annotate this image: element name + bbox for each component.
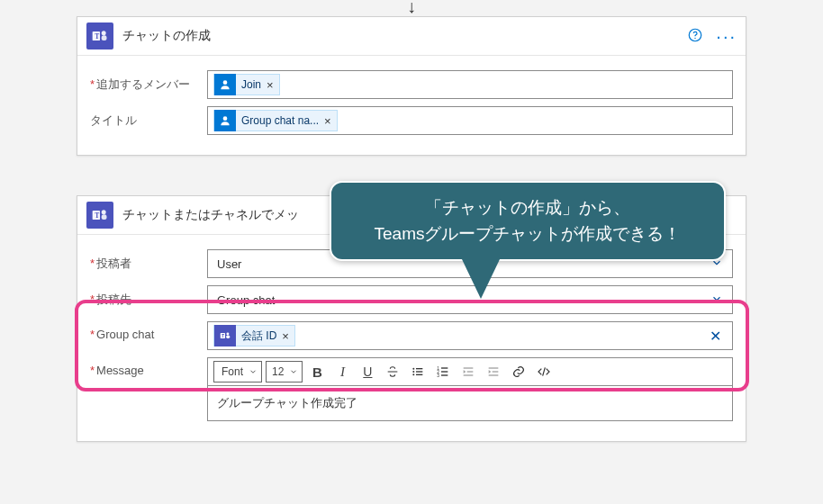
rte-toolbar: Font 12 B I U <box>207 357 733 385</box>
token-label: Join <box>241 78 261 91</box>
teams-icon: T <box>214 325 236 346</box>
svg-rect-11 <box>102 214 107 220</box>
link-icon[interactable] <box>508 361 529 382</box>
annotation-callout-tail <box>461 257 501 299</box>
underline-icon[interactable]: U <box>357 361 378 382</box>
svg-rect-15 <box>226 335 230 338</box>
svg-rect-19 <box>416 368 422 369</box>
label-title: タイトル <box>90 106 207 129</box>
number-list-icon[interactable]: 123 <box>432 361 454 382</box>
svg-rect-26 <box>441 371 448 372</box>
indent-icon[interactable] <box>483 361 504 382</box>
svg-point-2 <box>102 31 106 35</box>
label-message: Message <box>90 357 207 377</box>
svg-point-14 <box>226 333 229 336</box>
groupchat-input[interactable]: T 会話 ID × ✕ <box>207 321 733 350</box>
token-remove-icon[interactable]: × <box>324 114 331 128</box>
svg-text:T: T <box>95 212 99 220</box>
callout-line1: 「チャットの作成」から、 <box>355 195 701 221</box>
svg-rect-28 <box>464 367 474 368</box>
svg-point-16 <box>413 368 415 370</box>
svg-text:3: 3 <box>438 374 440 378</box>
annotation-callout: 「チャットの作成」から、 Teamsグループチャットが作成できる！ <box>330 181 726 261</box>
token-label: Group chat na... <box>241 114 319 127</box>
token-remove-icon[interactable]: × <box>267 78 274 92</box>
strikethrough-icon[interactable] <box>382 361 403 382</box>
label-postin: 投稿先 <box>90 285 207 308</box>
svg-text:T: T <box>95 32 99 40</box>
svg-rect-27 <box>441 374 448 375</box>
svg-point-17 <box>413 371 415 373</box>
token-join[interactable]: Join × <box>213 74 280 95</box>
svg-point-5 <box>695 37 696 38</box>
person-icon <box>214 110 236 131</box>
teams-icon: T <box>86 22 113 50</box>
outdent-icon[interactable] <box>457 361 479 382</box>
label-poster: 投稿者 <box>90 249 207 272</box>
token-conversation-id[interactable]: T 会話 ID × <box>213 325 295 346</box>
svg-rect-31 <box>489 367 499 368</box>
callout-line2: Teamsグループチャットが作成できる！ <box>355 221 701 248</box>
svg-rect-20 <box>416 371 422 372</box>
svg-rect-30 <box>464 374 474 375</box>
card-title: チャットの作成 <box>122 28 687 44</box>
svg-text:T: T <box>222 334 224 338</box>
svg-rect-25 <box>441 367 448 368</box>
svg-point-18 <box>413 374 415 375</box>
bold-icon[interactable]: B <box>306 361 328 382</box>
more-icon[interactable]: ··· <box>716 32 737 40</box>
title-input[interactable]: Group chat na... × <box>207 106 733 135</box>
svg-point-6 <box>223 80 228 85</box>
svg-rect-29 <box>467 371 474 372</box>
person-icon <box>214 74 236 95</box>
svg-point-10 <box>102 210 106 214</box>
svg-rect-33 <box>489 374 499 375</box>
font-select[interactable]: Font <box>213 361 262 382</box>
bullet-list-icon[interactable] <box>407 361 429 382</box>
svg-point-7 <box>223 116 228 121</box>
label-groupchat: Group chat <box>90 321 207 341</box>
fontsize-select[interactable]: 12 <box>266 361 303 382</box>
members-input[interactable]: Join × <box>207 70 733 99</box>
svg-rect-3 <box>102 35 107 40</box>
code-view-icon[interactable] <box>533 361 555 382</box>
flow-arrow-down: ↓ <box>77 0 746 13</box>
chevron-down-icon <box>710 292 723 308</box>
token-groupchatname[interactable]: Group chat na... × <box>213 110 338 131</box>
teams-icon: T <box>86 202 113 229</box>
postin-value: Group chat <box>217 293 275 307</box>
clear-icon[interactable]: ✕ <box>704 328 727 345</box>
svg-rect-32 <box>493 371 499 372</box>
label-members: 追加するメンバー <box>90 70 207 93</box>
message-body[interactable]: グループチャット作成完了 <box>207 385 733 421</box>
card-header[interactable]: T チャットの作成 ··· <box>77 17 746 56</box>
help-icon[interactable] <box>687 27 703 46</box>
action-card-create-chat: T チャットの作成 ··· 追加するメンバー <box>77 16 746 156</box>
poster-value: User <box>217 257 241 271</box>
svg-rect-21 <box>416 374 422 375</box>
token-remove-icon[interactable]: × <box>282 329 289 343</box>
italic-icon[interactable]: I <box>331 361 353 382</box>
token-label: 会話 ID <box>241 328 276 344</box>
